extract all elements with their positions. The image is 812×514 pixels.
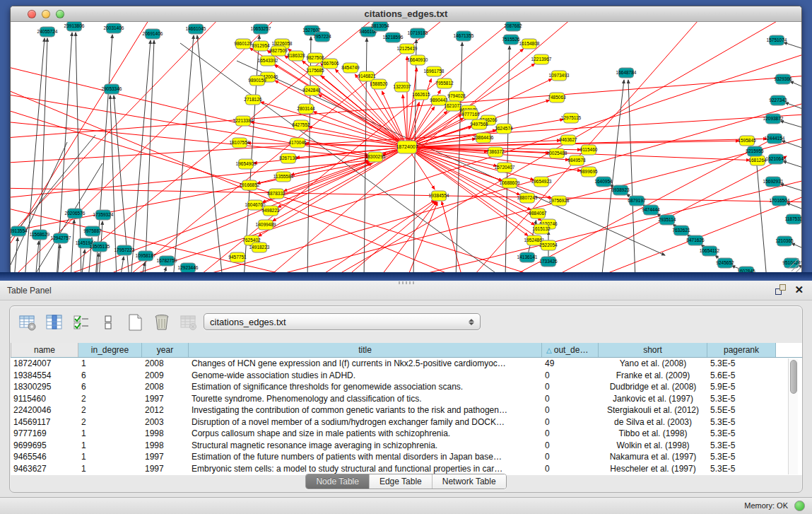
table-row[interactable]: 946554611997Estimation of the future num… xyxy=(11,451,803,463)
graph-node[interactable]: 9474444 xyxy=(642,205,660,215)
graph-node[interactable]: 8471626 xyxy=(686,235,705,245)
graph-edge[interactable] xyxy=(131,40,151,272)
graph-node[interactable]: 20031406 xyxy=(104,23,124,33)
graph-node[interactable]: 10958187 xyxy=(136,251,156,261)
graph-edge[interactable] xyxy=(76,33,81,272)
graph-edge[interactable] xyxy=(11,188,801,202)
column-header-in_degree[interactable]: in_degree xyxy=(78,343,142,357)
graph-node[interactable]: 12093872 xyxy=(763,114,784,124)
table-row[interactable]: 1456911722003Disruption of a novel membe… xyxy=(11,416,803,428)
graph-edge[interactable] xyxy=(407,147,541,221)
graph-node[interactable]: 9975887 xyxy=(83,226,102,236)
graph-node[interactable]: 11355584 xyxy=(273,172,294,182)
table-row[interactable]: 1872400712008Changes of HCN gene express… xyxy=(11,358,803,370)
graph-node[interactable]: 14671355 xyxy=(454,31,474,41)
graph-node[interactable]: 2718126 xyxy=(244,95,262,105)
memory-indicator-dot[interactable] xyxy=(794,501,805,511)
delete-table-icon[interactable] xyxy=(151,312,172,333)
graph-node[interactable]: 9899695 xyxy=(579,167,598,177)
splitter-handle[interactable] xyxy=(399,281,414,284)
graph-edge[interactable] xyxy=(756,158,767,272)
graph-node[interactable]: 9849578 xyxy=(567,156,586,165)
graph-node[interactable]: 9884067 xyxy=(529,209,547,218)
graph-node[interactable]: 1733426 xyxy=(539,257,558,267)
graph-node[interactable]: 15720407 xyxy=(495,163,515,173)
graph-edge[interactable] xyxy=(11,22,152,266)
graph-node[interactable]: 1681264 xyxy=(748,156,767,165)
graph-edge[interactable] xyxy=(590,192,801,272)
graph-node[interactable]: 20691406 xyxy=(143,29,163,39)
graph-node[interactable]: 1662615 xyxy=(412,90,430,100)
graph-node[interactable]: 2087682 xyxy=(504,22,522,31)
graph-edge[interactable] xyxy=(378,201,437,272)
graph-node[interactable]: 8186328 xyxy=(287,51,305,61)
graph-edge[interactable] xyxy=(780,121,801,132)
graph-node[interactable]: 16648784 xyxy=(616,68,637,78)
graph-node[interactable]: 12213384 xyxy=(233,116,254,126)
graph-edge[interactable] xyxy=(601,80,624,272)
graph-node[interactable]: 17359324 xyxy=(93,210,114,220)
graph-node[interactable]: 14099489 xyxy=(256,220,276,230)
graph-node[interactable]: 8912954 xyxy=(252,41,270,51)
graph-node[interactable]: 16210643 xyxy=(766,154,787,164)
graph-edge[interactable] xyxy=(35,241,39,272)
graph-edge[interactable] xyxy=(407,147,552,198)
graph-node[interactable]: 1322037 xyxy=(393,82,411,92)
graph-node[interactable]: 1602845 xyxy=(737,267,755,272)
graph-node[interactable]: 16543392 xyxy=(258,56,278,66)
graph-node[interactable]: 1588520 xyxy=(370,79,388,89)
graph-node[interactable]: 7955812 xyxy=(435,78,454,88)
graph-node[interactable]: 10973493 xyxy=(549,71,570,81)
graph-node[interactable]: 16640910 xyxy=(408,55,428,65)
graph-node[interactable]: 23864436 xyxy=(473,133,494,143)
graph-edge[interactable] xyxy=(11,114,801,163)
close-panel-icon[interactable]: ✕ xyxy=(794,284,804,295)
graph-node[interactable]: 9794028 xyxy=(447,91,466,101)
graph-node[interactable]: 14136141 xyxy=(517,252,538,262)
graph-node[interactable]: 10025488 xyxy=(547,148,567,158)
graph-node[interactable]: 8878332 xyxy=(267,189,286,199)
graph-node[interactable]: 9242848 xyxy=(302,86,321,95)
table-row[interactable]: 977716911998Corpus callosum shape and si… xyxy=(11,428,803,440)
graph-node[interactable]: 13505135 xyxy=(90,242,110,252)
table-select-dropdown[interactable]: citations_edges.txt xyxy=(204,313,481,330)
column-header-pagerank[interactable]: pagerank xyxy=(707,343,776,357)
graph-node[interactable]: 12444154 xyxy=(765,134,785,144)
graph-node[interactable]: 18807243 xyxy=(517,193,538,203)
graph-node[interactable]: 7515526 xyxy=(502,35,520,45)
graph-edge[interactable] xyxy=(790,81,801,93)
graph-edge[interactable] xyxy=(318,95,407,147)
graph-node[interactable]: 23913806 xyxy=(64,22,85,31)
graph-node[interactable]: 7386372 xyxy=(486,147,505,157)
column-header-short[interactable]: short xyxy=(599,343,707,357)
tab-edge-table[interactable]: Edge Table xyxy=(370,474,433,489)
graph-node[interactable]: 7485063 xyxy=(548,93,566,103)
float-panel-icon[interactable] xyxy=(775,284,786,295)
graph-node[interactable]: 2803144 xyxy=(297,104,315,114)
new-table-icon[interactable] xyxy=(124,312,146,333)
graph-node[interactable]: 9115460 xyxy=(580,145,598,155)
graph-node[interactable]: 9498222 xyxy=(261,206,280,216)
graph-node[interactable]: 3175685 xyxy=(306,66,324,76)
graph-node[interactable]: 14661045 xyxy=(186,24,206,34)
column-header-out_degree[interactable]: △out_de… xyxy=(542,343,599,357)
tab-node-table[interactable]: Node Table xyxy=(306,474,370,489)
graph-node[interactable]: 15218596 xyxy=(383,33,404,42)
graph-edge[interactable] xyxy=(343,201,436,272)
graph-node[interactable]: 15751074 xyxy=(767,35,787,45)
graph-node[interactable]: 10653257 xyxy=(251,24,271,34)
graph-node[interactable]: 1615132 xyxy=(532,224,551,234)
graph-node[interactable]: 1210365 xyxy=(775,236,794,246)
column-checklist-icon[interactable] xyxy=(71,312,92,333)
graph-node[interactable]: 19166852 xyxy=(240,180,260,190)
graph-edge[interactable] xyxy=(314,200,435,272)
graph-node[interactable]: 2522054 xyxy=(539,240,558,250)
graph-node[interactable]: 9227343 xyxy=(769,95,787,105)
graph-node[interactable]: 12942757 xyxy=(51,233,71,243)
graph-node[interactable]: 1595845 xyxy=(738,136,756,146)
graph-node[interactable]: 9860128 xyxy=(234,39,252,49)
table-row[interactable]: 969969511998Structural magnetic resonanc… xyxy=(11,440,803,452)
graph-node[interactable]: 10719185 xyxy=(408,28,428,38)
graph-node[interactable]: 10654112 xyxy=(700,246,720,256)
graph-node[interactable]: 8938923 xyxy=(611,185,630,195)
